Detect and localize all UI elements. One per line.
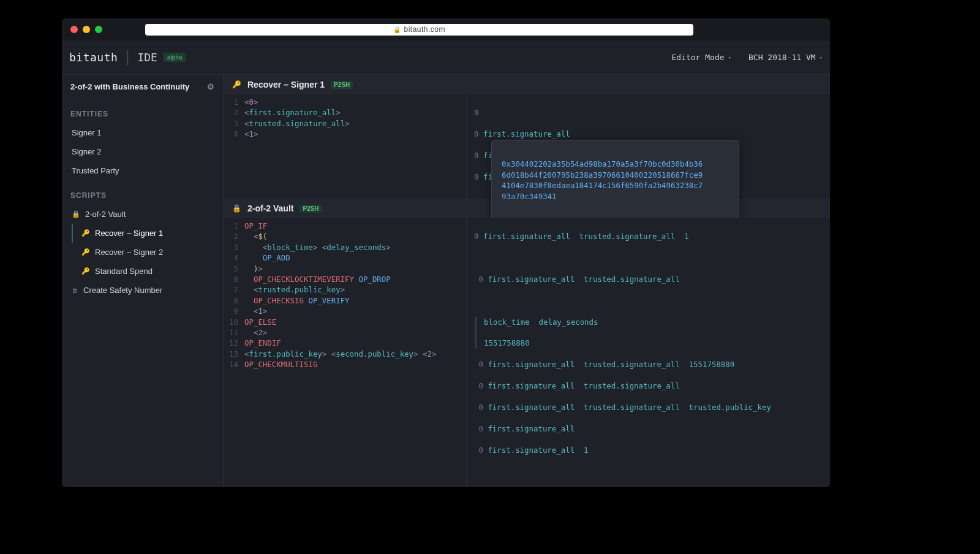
output-line: 0 first.signature_all trusted.signature_… — [474, 402, 823, 412]
top-pane-title: Recover – Signer 1 — [247, 80, 325, 89]
sidebar-script-vault[interactable]: 🔒 2-of-2 Vault — [62, 205, 223, 224]
product-label: IDE — [137, 51, 157, 64]
gear-icon[interactable]: ⚙ — [207, 82, 214, 91]
output-line — [474, 252, 823, 263]
top-pane-header: 🔑 Recover – Signer 1 P2SH — [224, 75, 830, 94]
sidebar-entity-signer2[interactable]: Signer 2 — [62, 142, 223, 161]
output-line: 0 first.signature_all trusted.signature_… — [474, 381, 823, 391]
sidebar-entity-signer1[interactable]: Signer 1 — [62, 123, 223, 142]
output-line: 0 0 first.signature_allfirst.signature_a… — [474, 129, 823, 139]
vm-dropdown[interactable]: BCH 2018-11 VM ▾ — [748, 53, 823, 62]
minimize-window-icon[interactable] — [83, 26, 90, 33]
document-icon: 🗎 — [72, 287, 78, 294]
project-title-row: 2-of-2 with Business Continuity ⚙ — [62, 75, 223, 99]
chevron-down-icon: ▾ — [728, 55, 731, 61]
output-line: 0 — [474, 107, 823, 118]
bottom-code-editor[interactable]: 1OP_IF 2 <$( 3 <block_time> <delay_secon… — [224, 218, 466, 487]
editor-mode-dropdown[interactable]: Editor Mode ▾ — [671, 53, 731, 62]
stage-badge: alpha — [164, 53, 186, 62]
app-header: bitauth │ IDE alpha Editor Mode ▾ BCH 20… — [62, 40, 830, 75]
brand-divider: │ — [124, 50, 131, 65]
top-editor-row: 1<0> 2<first.signature_all> 3<trusted.si… — [224, 94, 830, 199]
output-line: 0 first.signature_all trusted.signature_… — [474, 359, 823, 370]
entities-group-label: ENTITIES — [62, 99, 223, 123]
window-controls — [70, 26, 102, 33]
zoom-window-icon[interactable] — [95, 26, 102, 33]
scripts-group-label: SCRIPTS — [62, 180, 223, 205]
sidebar-script-standard[interactable]: 🔑 Standard Spend — [62, 262, 223, 281]
key-icon: 🔑 — [232, 80, 241, 89]
chevron-down-icon: ▾ — [820, 55, 823, 61]
url-bar[interactable]: 🔒 bitauth.com — [145, 24, 693, 36]
lock-icon: 🔒 — [232, 204, 241, 213]
bottom-editor-row: 1OP_IF 2 <$( 3 <block_time> <delay_secon… — [224, 218, 830, 487]
output-line: 0 first.signature_all — [474, 423, 823, 434]
hex-tooltip: 0x304402202a35b54ad98ba170a5a3f70bc0d30b… — [491, 140, 739, 220]
brand-label: bitauth — [69, 51, 118, 64]
bottom-output-panel: 0 first.signature_all trusted.signature_… — [466, 218, 830, 487]
main-area: 2-of-2 with Business Continuity ⚙ ENTITI… — [62, 75, 830, 487]
p2sh-badge: P2SH — [331, 81, 353, 89]
bottom-pane-title: 2-of-2 Vault — [247, 203, 293, 213]
top-code-editor[interactable]: 1<0> 2<first.signature_all> 3<trusted.si… — [224, 94, 466, 199]
editor-mode-label: Editor Mode — [671, 53, 724, 62]
key-icon: 🔑 — [81, 267, 90, 275]
browser-window: 🔒 bitauth.com bitauth │ IDE alpha Editor… — [62, 18, 830, 487]
sidebar-script-recover1[interactable]: 🔑 Recover – Signer 1 — [62, 224, 223, 243]
output-line: 0 first.signature_all trusted.signature_… — [474, 274, 823, 284]
browser-titlebar: 🔒 bitauth.com — [62, 18, 830, 40]
output-line: 0 first.signature_all 1 — [474, 445, 823, 455]
lock-icon: 🔒 — [393, 26, 401, 33]
lock-icon: 🔒 — [72, 210, 80, 218]
output-line — [474, 466, 823, 476]
sidebar: 2-of-2 with Business Continuity ⚙ ENTITI… — [62, 75, 224, 487]
vm-label: BCH 2018-11 VM — [748, 53, 816, 62]
top-output-panel: 0 0 0 first.signature_allfirst.signature… — [466, 94, 830, 199]
content-area: 🔑 Recover – Signer 1 P2SH 1<0> 2<first.s… — [224, 75, 830, 487]
sidebar-script-safety[interactable]: 🗎 Create Safety Number — [62, 281, 223, 300]
output-line — [474, 295, 823, 306]
close-window-icon[interactable] — [70, 26, 78, 33]
url-text: bitauth.com — [404, 25, 445, 34]
output-line: 0 first.signature_all trusted.signature_… — [474, 231, 823, 241]
sidebar-entity-trusted[interactable]: Trusted Party — [62, 161, 223, 180]
sidebar-script-recover2[interactable]: 🔑 Recover – Signer 2 — [62, 243, 223, 262]
project-title: 2-of-2 with Business Continuity — [70, 82, 189, 91]
key-icon: 🔑 — [81, 248, 90, 256]
output-indent-block: block_time delay_seconds 1551758880 — [475, 317, 823, 349]
p2sh-badge: P2SH — [300, 205, 322, 213]
key-icon: 🔑 — [81, 229, 90, 237]
